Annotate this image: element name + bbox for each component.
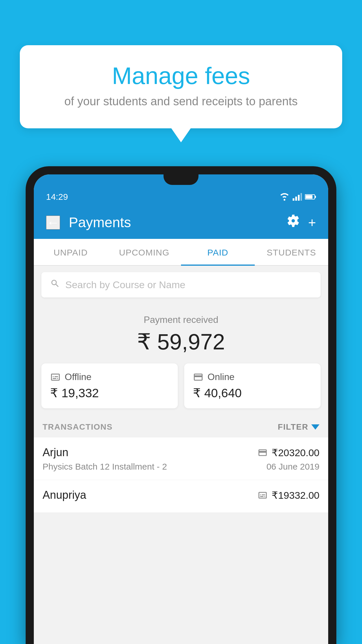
online-payment-icon (258, 448, 268, 458)
table-row: Arjun ₹20320.00 Physics Batch 12 Install… (34, 438, 328, 480)
battery-icon (305, 194, 316, 200)
transaction-amount-wrap-2: ₹19332.00 (258, 489, 319, 501)
offline-icon (50, 372, 61, 382)
payment-received-label: Payment received (40, 314, 322, 325)
app-header: ← Payments + (34, 206, 328, 239)
svg-rect-1 (295, 197, 297, 201)
online-icon (193, 372, 203, 382)
tab-unpaid[interactable]: UNPAID (34, 239, 108, 265)
filter-icon (311, 424, 319, 430)
bubble-subtitle: of your students and send receipts to pa… (43, 95, 319, 108)
tab-upcoming[interactable]: UPCOMING (108, 239, 181, 265)
online-card-type: Online (208, 372, 235, 382)
filter-button[interactable]: FILTER (278, 422, 319, 432)
speech-bubble-container: Manage fees of your students and send re… (20, 45, 342, 128)
tab-students[interactable]: STUDENTS (255, 239, 328, 265)
svg-rect-2 (298, 195, 300, 201)
bubble-title: Manage fees (43, 63, 319, 89)
signal-icon (293, 193, 302, 201)
svg-rect-3 (301, 193, 302, 201)
offline-payment-card: Offline ₹ 19,332 (41, 363, 178, 408)
tab-paid[interactable]: PAID (181, 239, 255, 265)
transactions-header: TRANSACTIONS FILTER (34, 416, 328, 438)
search-placeholder-text: Search by Course or Name (65, 279, 185, 290)
online-card-amount: ₹ 40,640 (193, 386, 312, 400)
transaction-amount: ₹20320.00 (272, 447, 319, 459)
status-icons (279, 193, 316, 201)
offline-card-header: Offline (50, 372, 169, 382)
offline-card-type: Offline (65, 372, 92, 382)
online-card-header: Online (193, 372, 312, 382)
status-bar: 14:29 (34, 187, 328, 206)
phone-screen: 14:29 ← Payments (34, 174, 328, 644)
transaction-name: Arjun (43, 446, 68, 459)
page-title: Payments (69, 214, 278, 230)
transactions-label: TRANSACTIONS (43, 422, 113, 432)
payment-received-amount: ₹ 59,972 (40, 329, 322, 355)
notch (164, 174, 198, 185)
offline-card-amount: ₹ 19,332 (50, 386, 169, 400)
gear-icon (287, 214, 300, 228)
transaction-row-top-2: Anupriya ₹19332.00 (43, 489, 319, 501)
transaction-row-top: Arjun ₹20320.00 (43, 446, 319, 459)
search-icon (50, 279, 60, 291)
search-bar[interactable]: Search by Course or Name (41, 272, 321, 298)
table-row: Anupriya ₹19332.00 (34, 480, 328, 513)
svg-rect-5 (305, 195, 312, 199)
transaction-details: Physics Batch 12 Installment - 2 06 June… (43, 462, 319, 472)
status-time: 14:29 (46, 192, 68, 202)
transaction-amount-wrap: ₹20320.00 (258, 447, 319, 459)
payment-cards-row: Offline ₹ 19,332 Online ₹ 40,640 (41, 363, 321, 408)
phone-mockup: 14:29 ← Payments (26, 166, 336, 644)
header-icons: + (287, 214, 316, 231)
transaction-course: Physics Batch 12 Installment - 2 (43, 462, 167, 472)
wifi-icon (279, 193, 290, 201)
back-button[interactable]: ← (46, 216, 60, 230)
add-button[interactable]: + (308, 215, 316, 230)
payment-received-section: Payment received ₹ 59,972 (34, 304, 328, 363)
speech-bubble: Manage fees of your students and send re… (20, 45, 342, 128)
transaction-name-2: Anupriya (43, 489, 86, 501)
online-payment-card: Online ₹ 40,640 (184, 363, 321, 408)
notch-area (34, 174, 328, 187)
offline-payment-icon (258, 490, 268, 500)
svg-rect-0 (293, 198, 294, 201)
filter-label: FILTER (278, 422, 308, 432)
tabs-bar: UNPAID UPCOMING PAID STUDENTS (34, 239, 328, 266)
settings-button[interactable] (287, 214, 300, 231)
svg-rect-6 (315, 196, 316, 198)
transaction-date: 06 June 2019 (266, 462, 319, 472)
content-area: Search by Course or Name Payment receive… (34, 266, 328, 644)
transaction-amount-2: ₹19332.00 (272, 489, 319, 501)
